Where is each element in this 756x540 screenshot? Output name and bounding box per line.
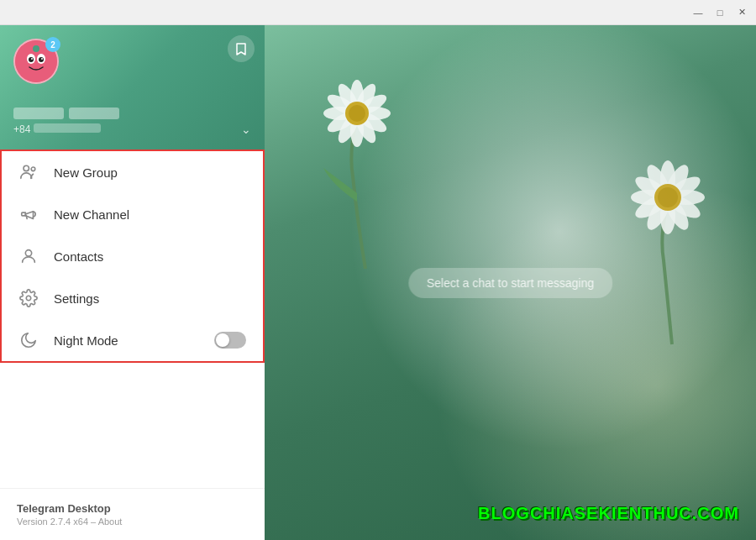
svg-point-9 xyxy=(31,167,35,171)
window-chrome: — □ ✕ xyxy=(0,0,756,25)
avatar-wrap: 2 xyxy=(13,39,59,84)
flower-right xyxy=(588,143,756,361)
svg-point-10 xyxy=(25,250,31,256)
night-mode-toggle[interactable] xyxy=(214,332,246,349)
chevron-down-icon[interactable]: ⌄ xyxy=(241,123,251,136)
phone-row: +84 ⌄ xyxy=(13,123,251,136)
maximize-button[interactable]: □ xyxy=(712,5,727,20)
notification-badge: 2 xyxy=(45,37,60,52)
app-version: Version 2.7.4 x64 – About xyxy=(17,516,248,527)
menu-item-new-channel[interactable]: New Channel xyxy=(2,193,263,235)
svg-point-25 xyxy=(349,105,365,122)
svg-point-6 xyxy=(41,58,43,60)
toggle-knob xyxy=(216,333,229,347)
app-container: 2 +84 ⌄ xyxy=(0,25,756,540)
phone-text: +84 xyxy=(13,123,101,135)
header-top-icons xyxy=(228,35,255,62)
bookmark-icon[interactable] xyxy=(228,35,255,62)
right-panel: Select a chat to start messaging BLOGCHI… xyxy=(265,25,756,540)
menu-item-new-group[interactable]: New Group xyxy=(2,151,263,193)
svg-point-5 xyxy=(31,58,33,60)
close-button[interactable]: ✕ xyxy=(734,5,749,20)
menu-item-settings[interactable]: Settings xyxy=(2,277,263,319)
left-panel: 2 +84 ⌄ xyxy=(0,25,265,540)
gear-icon xyxy=(18,289,39,307)
panel-header: 2 +84 ⌄ xyxy=(0,25,265,149)
moon-icon xyxy=(18,331,39,349)
watermark: BLOGCHIASEKIENTHUC.COM xyxy=(478,504,739,523)
menu-label-new-channel: New Channel xyxy=(54,207,246,222)
background-image: Select a chat to start messaging BLOGCHI… xyxy=(265,25,756,540)
select-chat-message: Select a chat to start messaging xyxy=(408,268,612,298)
menu-label-night-mode: Night Mode xyxy=(54,333,199,348)
night-mode-toggle-wrap xyxy=(214,332,246,349)
panel-footer: Telegram Desktop Version 2.7.4 x64 – Abo… xyxy=(0,488,265,540)
person-icon xyxy=(18,247,39,265)
phone-blur xyxy=(34,123,101,133)
flower-left xyxy=(273,50,458,286)
name-blur-2 xyxy=(69,107,119,119)
svg-point-4 xyxy=(39,57,44,62)
megaphone-icon xyxy=(18,205,39,223)
svg-point-11 xyxy=(26,296,31,301)
user-name xyxy=(13,107,251,119)
menu-label-new-group: New Group xyxy=(54,165,246,180)
app-name: Telegram Desktop xyxy=(17,502,248,515)
dropdown-menu: New Group New Channel xyxy=(0,149,265,363)
svg-point-8 xyxy=(24,165,29,170)
svg-point-39 xyxy=(658,187,678,207)
menu-label-contacts: Contacts xyxy=(54,249,246,264)
group-icon xyxy=(18,163,39,181)
svg-point-3 xyxy=(29,57,34,62)
menu-label-settings: Settings xyxy=(54,291,246,306)
name-blur xyxy=(13,107,64,119)
menu-item-contacts[interactable]: Contacts xyxy=(2,235,263,277)
menu-item-night-mode[interactable]: Night Mode xyxy=(2,319,263,361)
minimize-button[interactable]: — xyxy=(690,5,706,20)
